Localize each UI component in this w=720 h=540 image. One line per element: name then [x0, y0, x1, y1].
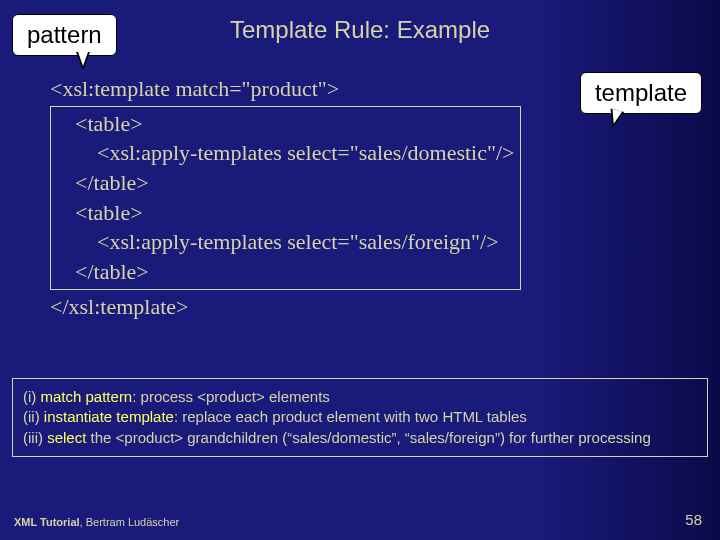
- note-line: (i) match pattern: process <product> ele…: [23, 387, 697, 407]
- footer-left: XML Tutorial, Bertram Ludäscher: [14, 516, 179, 528]
- notes-box: (i) match pattern: process <product> ele…: [12, 378, 708, 457]
- page-number: 58: [685, 511, 702, 528]
- note-text: (i): [23, 388, 41, 405]
- code-box: <table> <xsl:apply-templates select="sal…: [50, 106, 521, 290]
- code-line: </table>: [53, 168, 514, 198]
- note-text: (ii): [23, 408, 44, 425]
- note-text: the <product> grandchildren (“sales/dome…: [86, 429, 650, 446]
- code-line: </table>: [53, 257, 514, 287]
- note-text: : replace each product element with two …: [174, 408, 527, 425]
- note-highlight: instantiate template: [44, 408, 174, 425]
- code-line: <xsl:apply-templates select="sales/forei…: [53, 227, 514, 257]
- callout-pattern-pointer: [76, 52, 90, 70]
- code-block: <xsl:template match="product"> <table> <…: [50, 74, 521, 322]
- code-line: <table>: [53, 198, 514, 228]
- code-line: <xsl:apply-templates select="sales/domes…: [53, 138, 514, 168]
- note-text: (iii): [23, 429, 47, 446]
- footer-author: , Bertram Ludäscher: [80, 516, 180, 528]
- callout-template: template: [580, 72, 702, 114]
- code-line: <table>: [53, 109, 514, 139]
- footer-title: XML Tutorial: [14, 516, 80, 528]
- code-line: <xsl:template match="product">: [50, 74, 521, 104]
- note-line: (iii) select the <product> grandchildren…: [23, 428, 697, 448]
- code-line: </xsl:template>: [50, 292, 521, 322]
- note-line: (ii) instantiate template: replace each …: [23, 407, 697, 427]
- slide-title: Template Rule: Example: [230, 16, 490, 44]
- note-highlight: select: [47, 429, 86, 446]
- callout-pattern: pattern: [12, 14, 117, 56]
- note-highlight: match pattern: [41, 388, 133, 405]
- callout-template-pointer: [606, 108, 624, 129]
- note-text: : process <product> elements: [132, 388, 330, 405]
